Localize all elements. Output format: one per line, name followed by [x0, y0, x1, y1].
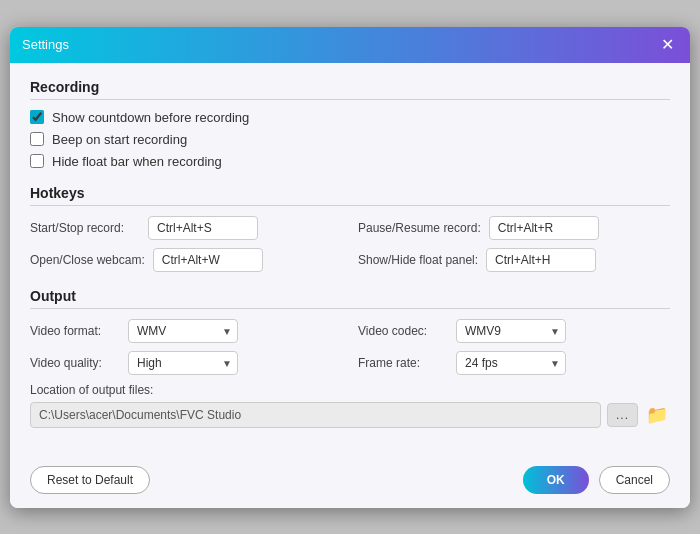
- ok-button[interactable]: OK: [523, 466, 589, 494]
- footer: Reset to Default OK Cancel: [10, 456, 690, 508]
- format-select-wrapper: WMV MP4 AVI ▼: [128, 319, 238, 343]
- checkbox-countdown[interactable]: [30, 110, 44, 124]
- hotkey-label-1: Pause/Resume record:: [358, 221, 481, 235]
- hotkey-input-0[interactable]: [148, 216, 258, 240]
- output-grid: Video format: WMV MP4 AVI ▼ Video codec:: [30, 319, 670, 375]
- browse-dots-button[interactable]: ...: [607, 403, 638, 427]
- hotkey-row-0: Start/Stop record:: [30, 216, 342, 240]
- checkbox-beep[interactable]: [30, 132, 44, 146]
- location-label: Location of output files:: [30, 383, 670, 397]
- output-row-framerate: Frame rate: 24 fps 30 fps 60 fps ▼: [358, 351, 670, 375]
- hotkeys-section: Hotkeys Start/Stop record: Pause/Resume …: [30, 185, 670, 272]
- checkbox-row-1: Beep on start recording: [30, 132, 670, 147]
- output-row-quality: Video quality: High Medium Low ▼: [30, 351, 342, 375]
- output-row-format: Video format: WMV MP4 AVI ▼: [30, 319, 342, 343]
- hotkey-row-3: Show/Hide float panel:: [358, 248, 670, 272]
- open-folder-button[interactable]: 📁: [644, 402, 670, 428]
- hotkey-row-2: Open/Close webcam:: [30, 248, 342, 272]
- output-section: Output Video format: WMV MP4 AVI ▼ Video…: [30, 288, 670, 428]
- video-quality-select[interactable]: High Medium Low: [128, 351, 238, 375]
- close-button[interactable]: ✕: [657, 35, 678, 55]
- output-label-quality: Video quality:: [30, 356, 120, 370]
- folder-icon: 📁: [646, 405, 668, 425]
- output-label-format: Video format:: [30, 324, 120, 338]
- hotkeys-title: Hotkeys: [30, 185, 670, 206]
- hotkey-label-2: Open/Close webcam:: [30, 253, 145, 267]
- checkbox-label-countdown: Show countdown before recording: [52, 110, 249, 125]
- recording-section: Recording Show countdown before recordin…: [30, 79, 670, 169]
- hotkey-row-1: Pause/Resume record:: [358, 216, 670, 240]
- checkbox-row-0: Show countdown before recording: [30, 110, 670, 125]
- hotkey-label-3: Show/Hide float panel:: [358, 253, 478, 267]
- output-label-codec: Video codec:: [358, 324, 448, 338]
- frame-rate-select[interactable]: 24 fps 30 fps 60 fps: [456, 351, 566, 375]
- codec-select-wrapper: WMV9 H.264 H.265 ▼: [456, 319, 566, 343]
- video-format-select[interactable]: WMV MP4 AVI: [128, 319, 238, 343]
- footer-right-buttons: OK Cancel: [523, 466, 670, 494]
- cancel-button[interactable]: Cancel: [599, 466, 670, 494]
- hotkey-input-2[interactable]: [153, 248, 263, 272]
- dialog-title: Settings: [22, 37, 69, 52]
- hotkey-label-0: Start/Stop record:: [30, 221, 140, 235]
- video-codec-select[interactable]: WMV9 H.264 H.265: [456, 319, 566, 343]
- hotkey-input-3[interactable]: [486, 248, 596, 272]
- quality-select-wrapper: High Medium Low ▼: [128, 351, 238, 375]
- title-bar: Settings ✕: [10, 27, 690, 63]
- framerate-select-wrapper: 24 fps 30 fps 60 fps ▼: [456, 351, 566, 375]
- hotkeys-grid: Start/Stop record: Pause/Resume record: …: [30, 216, 670, 272]
- checkbox-label-beep: Beep on start recording: [52, 132, 187, 147]
- output-row-codec: Video codec: WMV9 H.264 H.265 ▼: [358, 319, 670, 343]
- checkbox-hide-float[interactable]: [30, 154, 44, 168]
- checkbox-label-hide-float: Hide float bar when recording: [52, 154, 222, 169]
- location-input[interactable]: [30, 402, 601, 428]
- checkbox-row-2: Hide float bar when recording: [30, 154, 670, 169]
- content-area: Recording Show countdown before recordin…: [10, 63, 690, 456]
- output-title: Output: [30, 288, 670, 309]
- output-label-framerate: Frame rate:: [358, 356, 448, 370]
- settings-dialog: Settings ✕ Recording Show countdown befo…: [10, 27, 690, 508]
- recording-title: Recording: [30, 79, 670, 100]
- reset-default-button[interactable]: Reset to Default: [30, 466, 150, 494]
- hotkey-input-1[interactable]: [489, 216, 599, 240]
- location-row: ... 📁: [30, 402, 670, 428]
